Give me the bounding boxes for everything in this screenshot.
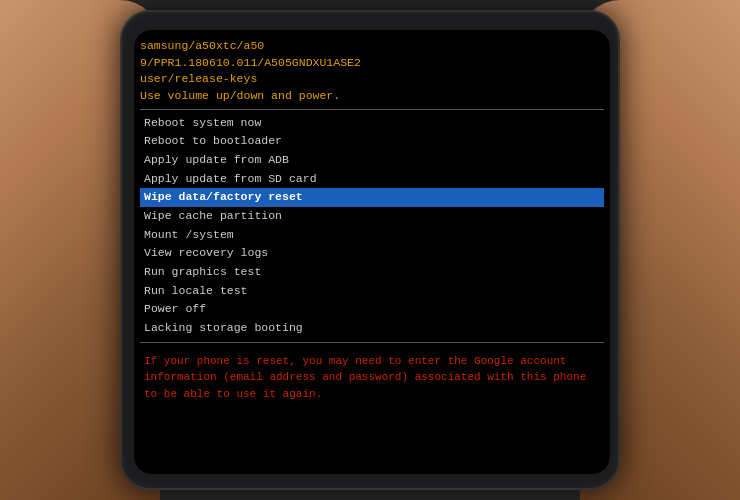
menu-item-mount-system[interactable]: Mount /system (140, 226, 604, 245)
menu-item-view-logs[interactable]: View recovery logs (140, 244, 604, 263)
scene: samsung/a50xtc/a50 9/PPR1.180610.011/A50… (0, 0, 740, 500)
menu-item-reboot-bootloader[interactable]: Reboot to bootloader (140, 132, 604, 151)
menu-item-power-off[interactable]: Power off (140, 300, 604, 319)
menu-item-graphics-test[interactable]: Run graphics test (140, 263, 604, 282)
header-line1: samsung/a50xtc/a50 (140, 38, 604, 55)
divider-top (140, 109, 604, 110)
header-info: samsung/a50xtc/a50 9/PPR1.180610.011/A50… (140, 38, 604, 105)
menu-item-locale-test[interactable]: Run locale test (140, 282, 604, 301)
header-line2: 9/PPR1.180610.011/A505GNDXU1ASE2 (140, 55, 604, 72)
menu-item-wipe-factory[interactable]: Wipe data/factory reset (140, 188, 604, 207)
phone-screen: samsung/a50xtc/a50 9/PPR1.180610.011/A50… (134, 30, 610, 474)
warning-section: If your phone is reset, you may need to … (140, 349, 604, 407)
recovery-ui: samsung/a50xtc/a50 9/PPR1.180610.011/A50… (134, 30, 610, 474)
menu-list: Reboot system now Reboot to bootloader A… (140, 114, 604, 338)
phone-body: samsung/a50xtc/a50 9/PPR1.180610.011/A50… (120, 10, 620, 490)
menu-item-lacking-storage[interactable]: Lacking storage booting (140, 319, 604, 338)
header-line3: user/release-keys (140, 71, 604, 88)
menu-item-wipe-cache[interactable]: Wipe cache partition (140, 207, 604, 226)
menu-item-reboot-system[interactable]: Reboot system now (140, 114, 604, 133)
menu-item-apply-adb[interactable]: Apply update from ADB (140, 151, 604, 170)
menu-item-apply-sd[interactable]: Apply update from SD card (140, 170, 604, 189)
header-line4: Use volume up/down and power. (140, 88, 604, 105)
divider-bottom (140, 342, 604, 343)
warning-text: If your phone is reset, you may need to … (144, 353, 600, 403)
